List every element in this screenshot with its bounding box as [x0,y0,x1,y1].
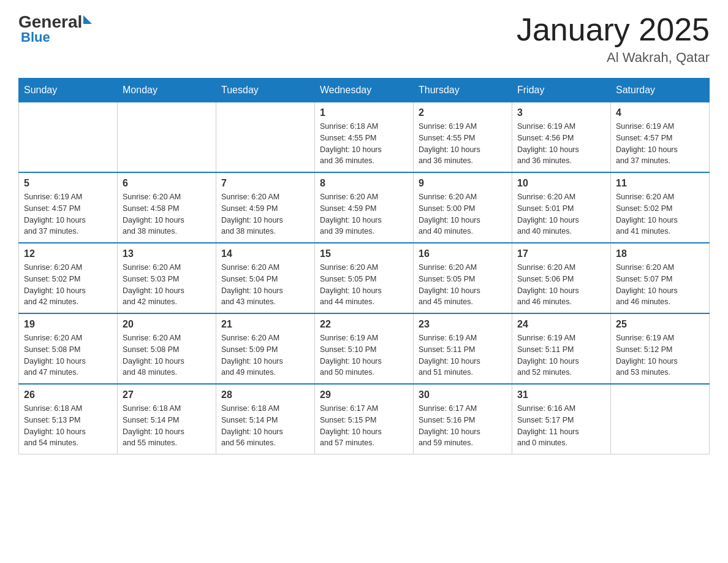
day-info: Sunrise: 6:20 AM Sunset: 5:04 PM Dayligh… [221,262,309,308]
calendar-day-26: 26Sunrise: 6:18 AM Sunset: 5:13 PM Dayli… [19,384,118,454]
day-number: 1 [320,107,408,118]
calendar-day-10: 10Sunrise: 6:20 AM Sunset: 5:01 PM Dayli… [512,172,611,243]
calendar-day-15: 15Sunrise: 6:20 AM Sunset: 5:05 PM Dayli… [315,243,414,313]
calendar-week-row: 1Sunrise: 6:18 AM Sunset: 4:55 PM Daylig… [19,102,710,173]
header-saturday: Saturday [611,79,710,102]
day-info: Sunrise: 6:16 AM Sunset: 5:17 PM Dayligh… [517,403,605,449]
header-sunday: Sunday [19,79,118,102]
day-info: Sunrise: 6:20 AM Sunset: 5:05 PM Dayligh… [320,262,408,308]
day-info: Sunrise: 6:20 AM Sunset: 5:08 PM Dayligh… [123,332,211,378]
calendar-day-empty [118,102,216,173]
day-info: Sunrise: 6:19 AM Sunset: 4:56 PM Dayligh… [517,121,605,167]
day-info: Sunrise: 6:19 AM Sunset: 4:57 PM Dayligh… [616,121,704,167]
day-info: Sunrise: 6:20 AM Sunset: 4:59 PM Dayligh… [221,191,309,237]
day-info: Sunrise: 6:20 AM Sunset: 4:59 PM Dayligh… [320,191,408,237]
day-info: Sunrise: 6:19 AM Sunset: 4:55 PM Dayligh… [419,121,507,167]
calendar-day-27: 27Sunrise: 6:18 AM Sunset: 5:14 PM Dayli… [118,384,216,454]
day-info: Sunrise: 6:20 AM Sunset: 5:05 PM Dayligh… [419,262,507,308]
day-number: 15 [320,248,408,259]
calendar-day-6: 6Sunrise: 6:20 AM Sunset: 4:58 PM Daylig… [118,172,216,243]
day-info: Sunrise: 6:20 AM Sunset: 5:02 PM Dayligh… [616,191,704,237]
calendar-day-21: 21Sunrise: 6:20 AM Sunset: 5:09 PM Dayli… [216,313,315,384]
logo-triangle-icon [83,15,92,24]
calendar-day-12: 12Sunrise: 6:20 AM Sunset: 5:02 PM Dayli… [19,243,118,313]
calendar-day-28: 28Sunrise: 6:18 AM Sunset: 5:14 PM Dayli… [216,384,315,454]
page-header: General Blue January 2025 Al Wakrah, Qat… [18,12,710,66]
calendar-day-5: 5Sunrise: 6:19 AM Sunset: 4:57 PM Daylig… [19,172,118,243]
day-number: 6 [123,178,211,189]
day-number: 26 [24,389,112,400]
day-info: Sunrise: 6:19 AM Sunset: 5:11 PM Dayligh… [419,332,507,378]
day-info: Sunrise: 6:20 AM Sunset: 5:02 PM Dayligh… [24,262,112,308]
day-info: Sunrise: 6:18 AM Sunset: 5:14 PM Dayligh… [123,403,211,449]
calendar-day-31: 31Sunrise: 6:16 AM Sunset: 5:17 PM Dayli… [512,384,611,454]
header-friday: Friday [512,79,611,102]
title-section: January 2025 Al Wakrah, Qatar [517,12,710,66]
header-wednesday: Wednesday [315,79,414,102]
logo-blue-text: Blue [21,29,50,45]
calendar-day-19: 19Sunrise: 6:20 AM Sunset: 5:08 PM Dayli… [19,313,118,384]
calendar-day-9: 9Sunrise: 6:20 AM Sunset: 5:00 PM Daylig… [414,172,512,243]
day-number: 12 [24,248,112,259]
calendar-day-8: 8Sunrise: 6:20 AM Sunset: 4:59 PM Daylig… [315,172,414,243]
day-info: Sunrise: 6:19 AM Sunset: 5:12 PM Dayligh… [616,332,704,378]
calendar-day-2: 2Sunrise: 6:19 AM Sunset: 4:55 PM Daylig… [414,102,512,173]
calendar-day-24: 24Sunrise: 6:19 AM Sunset: 5:11 PM Dayli… [512,313,611,384]
day-info: Sunrise: 6:19 AM Sunset: 5:10 PM Dayligh… [320,332,408,378]
day-info: Sunrise: 6:17 AM Sunset: 5:16 PM Dayligh… [419,403,507,449]
day-info: Sunrise: 6:20 AM Sunset: 5:07 PM Dayligh… [616,262,704,308]
calendar-week-row: 19Sunrise: 6:20 AM Sunset: 5:08 PM Dayli… [19,313,710,384]
calendar-day-11: 11Sunrise: 6:20 AM Sunset: 5:02 PM Dayli… [611,172,710,243]
location-title: Al Wakrah, Qatar [517,50,710,66]
day-number: 8 [320,178,408,189]
logo: General Blue [18,12,92,45]
calendar-header-row: SundayMondayTuesdayWednesdayThursdayFrid… [19,79,710,102]
day-number: 3 [517,107,605,118]
day-info: Sunrise: 6:19 AM Sunset: 5:11 PM Dayligh… [517,332,605,378]
calendar-day-17: 17Sunrise: 6:20 AM Sunset: 5:06 PM Dayli… [512,243,611,313]
calendar-day-30: 30Sunrise: 6:17 AM Sunset: 5:16 PM Dayli… [414,384,512,454]
calendar-day-empty [19,102,118,173]
day-number: 11 [616,178,704,189]
calendar-day-empty [611,384,710,454]
day-info: Sunrise: 6:19 AM Sunset: 4:57 PM Dayligh… [24,191,112,237]
day-number: 18 [616,248,704,259]
day-number: 10 [517,178,605,189]
day-number: 29 [320,389,408,400]
calendar-day-25: 25Sunrise: 6:19 AM Sunset: 5:12 PM Dayli… [611,313,710,384]
calendar-day-18: 18Sunrise: 6:20 AM Sunset: 5:07 PM Dayli… [611,243,710,313]
day-number: 22 [320,319,408,330]
day-number: 9 [419,178,507,189]
day-info: Sunrise: 6:18 AM Sunset: 5:14 PM Dayligh… [221,403,309,449]
calendar-day-23: 23Sunrise: 6:19 AM Sunset: 5:11 PM Dayli… [414,313,512,384]
day-info: Sunrise: 6:20 AM Sunset: 5:08 PM Dayligh… [24,332,112,378]
day-number: 23 [419,319,507,330]
day-number: 4 [616,107,704,118]
day-info: Sunrise: 6:20 AM Sunset: 5:09 PM Dayligh… [221,332,309,378]
day-number: 2 [419,107,507,118]
day-info: Sunrise: 6:20 AM Sunset: 5:03 PM Dayligh… [123,262,211,308]
calendar-week-row: 26Sunrise: 6:18 AM Sunset: 5:13 PM Dayli… [19,384,710,454]
day-number: 20 [123,319,211,330]
calendar-day-20: 20Sunrise: 6:20 AM Sunset: 5:08 PM Dayli… [118,313,216,384]
calendar-day-3: 3Sunrise: 6:19 AM Sunset: 4:56 PM Daylig… [512,102,611,173]
day-info: Sunrise: 6:20 AM Sunset: 5:00 PM Dayligh… [419,191,507,237]
day-info: Sunrise: 6:18 AM Sunset: 5:13 PM Dayligh… [24,403,112,449]
day-number: 30 [419,389,507,400]
calendar-day-4: 4Sunrise: 6:19 AM Sunset: 4:57 PM Daylig… [611,102,710,173]
calendar-day-16: 16Sunrise: 6:20 AM Sunset: 5:05 PM Dayli… [414,243,512,313]
day-number: 21 [221,319,309,330]
calendar-day-7: 7Sunrise: 6:20 AM Sunset: 4:59 PM Daylig… [216,172,315,243]
day-number: 28 [221,389,309,400]
day-number: 25 [616,319,704,330]
month-title: January 2025 [517,12,710,47]
calendar-day-13: 13Sunrise: 6:20 AM Sunset: 5:03 PM Dayli… [118,243,216,313]
day-number: 13 [123,248,211,259]
day-number: 7 [221,178,309,189]
day-number: 24 [517,319,605,330]
header-tuesday: Tuesday [216,79,315,102]
day-number: 17 [517,248,605,259]
day-info: Sunrise: 6:18 AM Sunset: 4:55 PM Dayligh… [320,121,408,167]
header-thursday: Thursday [414,79,512,102]
calendar-day-22: 22Sunrise: 6:19 AM Sunset: 5:10 PM Dayli… [315,313,414,384]
